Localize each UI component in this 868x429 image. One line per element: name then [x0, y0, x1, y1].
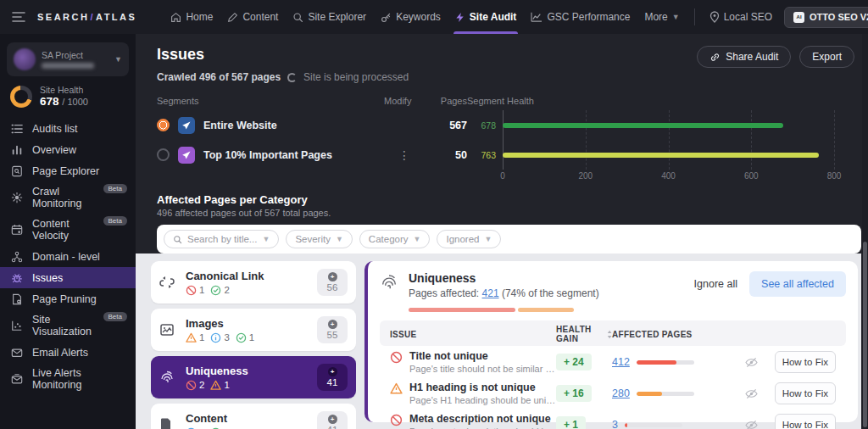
project-domain-redacted: [42, 63, 94, 69]
ok-count-badge: 2: [210, 285, 229, 296]
nav-local-seo[interactable]: Local SEO: [709, 0, 772, 34]
sidebar-item-content-velocity[interactable]: Content Velocity Beta: [0, 214, 136, 246]
processing-spinner-icon: [287, 73, 297, 82]
issue-row-meta-description-not-unique: Meta description not unique Page's meta …: [380, 409, 846, 429]
category-card-uniqueness[interactable]: Uniqueness 2 1: [151, 356, 356, 398]
ignore-all-button[interactable]: Ignore all: [694, 278, 737, 290]
see-all-affected-button[interactable]: See all affected: [749, 271, 846, 297]
map-pin-icon: [709, 11, 720, 23]
axis-tick: 600: [744, 171, 759, 181]
logo-slash: /: [89, 12, 96, 22]
category-card-canonical-link[interactable]: Canonical Link 1 2: [151, 261, 356, 304]
hamburger-menu-icon[interactable]: [12, 11, 25, 23]
link-icon: [709, 52, 721, 63]
sidebar-item-email-alerts[interactable]: Email Alerts: [0, 342, 136, 363]
segment-pages-count: 50: [425, 149, 467, 161]
col-header-segments: Segments: [157, 96, 384, 106]
check-circle-icon: [210, 285, 221, 296]
page-scrollbar[interactable]: [862, 34, 868, 429]
summary-bar-segment: [518, 308, 574, 312]
severity-dropdown[interactable]: Severity ▼: [286, 230, 352, 248]
how-to-fix-button[interactable]: How to Fix: [775, 414, 836, 429]
top-nav: SEARCH/ATLAS Home Content Site Explorer …: [0, 0, 868, 34]
scrollbar-thumb[interactable]: [863, 242, 867, 427]
how-to-fix-button[interactable]: How to Fix: [775, 382, 836, 404]
filter-bar: Search by title... ▼ Severity ▼ Category…: [157, 225, 861, 254]
detail-title: Uniqueness: [409, 271, 599, 285]
nav-keywords[interactable]: Keywords: [381, 0, 441, 34]
share-audit-button[interactable]: Share Audit: [697, 46, 791, 68]
nav-divider: [694, 8, 695, 25]
sidebar-item-domain-level[interactable]: Domain - level: [0, 246, 136, 267]
export-button[interactable]: Export: [799, 46, 854, 68]
severity-summary-bar: [409, 308, 846, 312]
pages-affected-line: Pages affected: 421 (74% of the segment): [409, 287, 599, 299]
segment-health-chart: Segment Health 678 763 0 200 400 600 800: [467, 92, 854, 183]
ban-icon: [186, 380, 197, 391]
home-icon: [170, 12, 181, 23]
sidebar-item-issues[interactable]: Issues: [0, 267, 136, 288]
search-icon: [173, 235, 182, 244]
nav-gsc-performance[interactable]: GSC Performance: [531, 0, 630, 34]
nav-home[interactable]: Home: [170, 0, 213, 34]
segment-icon-rocket: [178, 117, 195, 134]
nav-more[interactable]: More ▼: [644, 0, 679, 34]
axis-tick: 400: [661, 171, 676, 181]
segment-radio-selected[interactable]: [157, 119, 170, 131]
error-count-badge: 2: [186, 380, 204, 391]
envelope-icon: [11, 347, 23, 359]
affected-progress: [637, 392, 694, 396]
ban-icon: [390, 351, 403, 364]
sidebar-item-page-pruning[interactable]: Page Pruning: [0, 288, 136, 309]
category-dropdown[interactable]: Category ▼: [359, 230, 431, 248]
warning-count-badge: 1: [210, 380, 229, 391]
section-subtitle: 496 affected pages out of 567 total page…: [157, 208, 861, 218]
ignore-eye-off-icon[interactable]: [745, 357, 758, 368]
nav-site-explorer[interactable]: Site Explorer: [292, 0, 366, 34]
otto-seo-button[interactable]: AI OTTO SEO V2: [784, 7, 868, 28]
project-label: SA Project: [42, 50, 108, 60]
affected-count-link[interactable]: 412: [612, 356, 630, 368]
how-to-fix-button[interactable]: How to Fix: [775, 351, 836, 373]
health-value: 678: [467, 120, 496, 131]
segment-radio[interactable]: [157, 148, 170, 161]
ignored-dropdown[interactable]: Ignored ▼: [437, 230, 501, 248]
sidebar-item-site-visualization[interactable]: Site Visualization Beta: [0, 309, 136, 342]
ignore-eye-off-icon[interactable]: [745, 420, 758, 429]
warning-triangle-icon: [186, 332, 197, 343]
ignore-eye-off-icon[interactable]: [745, 388, 758, 399]
sidebar-item-overview[interactable]: Overview: [0, 139, 136, 160]
sidebar-item-page-explorer[interactable]: Page Explorer: [0, 160, 136, 181]
segment-kebab-menu[interactable]: ⋮: [384, 148, 425, 162]
calendar-icon: [11, 224, 23, 236]
site-health-value: 678 / 1000: [40, 95, 88, 108]
sidebar-item-crawl-monitoring[interactable]: Crawl Monitoring Beta: [0, 181, 136, 214]
col-header-modify: Modify: [384, 96, 425, 106]
health-value: 763: [467, 150, 496, 160]
sidebar-item-live-alerts-monitoring[interactable]: Live Alerts Monitoring: [0, 363, 136, 395]
category-card-content[interactable]: Content 6 5 +: [151, 404, 356, 429]
issues-table-header: ISSUE HEALTH GAIN AFFECTED PAGES: [380, 320, 846, 346]
search-by-title-dropdown[interactable]: Search by title... ▼: [164, 230, 279, 248]
nav-site-audit[interactable]: Site Audit: [455, 0, 517, 34]
fingerprint-icon: [380, 273, 398, 292]
affected-count-link[interactable]: 280: [612, 387, 630, 399]
pages-affected-link[interactable]: 421: [482, 287, 499, 299]
col-header-health-gain[interactable]: HEALTH GAIN: [556, 325, 612, 343]
project-selector[interactable]: SA Project ▼: [7, 42, 129, 76]
nav-content[interactable]: Content: [227, 0, 278, 34]
category-card-images[interactable]: Images 1 3 1: [151, 309, 356, 351]
chart-gridlines: [503, 110, 834, 170]
info-count-badge: 3: [210, 332, 229, 343]
col-header-affected-pages[interactable]: AFFECTED PAGES: [612, 330, 836, 339]
pages-count-badge: + 41: [317, 364, 348, 391]
app-logo: SEARCH/ATLAS: [37, 12, 136, 22]
site-health-label: Site Health: [40, 85, 88, 95]
beta-badge: Beta: [103, 312, 127, 321]
issue-row-h1-not-unique: H1 heading is not unique Page's H1 headi…: [380, 377, 846, 409]
line-chart-icon: [531, 12, 542, 22]
affected-count-link[interactable]: 3: [612, 419, 618, 429]
list-icon: [11, 123, 23, 135]
sidebar-item-audits-list[interactable]: Audits list: [0, 118, 136, 139]
error-count-badge: 1: [186, 285, 204, 296]
